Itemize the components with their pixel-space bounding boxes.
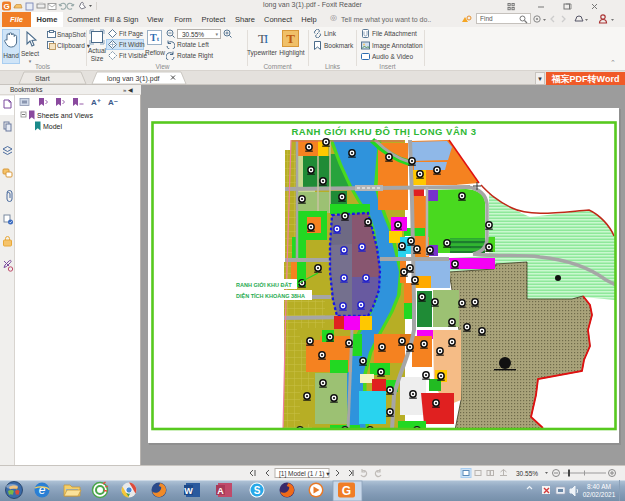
svg-text:RANH GIỚI KHU ĐẤT: RANH GIỚI KHU ĐẤT	[236, 281, 292, 288]
svg-text:30.55%: 30.55%	[516, 470, 538, 477]
svg-text:A⁺: A⁺	[91, 98, 101, 107]
svg-text:W: W	[184, 486, 193, 496]
svg-text:[1] Model (1 / 1) ▾: [1] Model (1 / 1) ▾	[279, 470, 330, 478]
svg-text:A: A	[217, 486, 224, 496]
svg-text:DIỆN TÍCH KHOẢNG 38HA: DIỆN TÍCH KHOẢNG 38HA	[236, 292, 305, 299]
svg-text:long van 3(1).pdf: long van 3(1).pdf	[107, 75, 160, 83]
svg-text:G: G	[3, 2, 9, 11]
svg-text:8:40 AM: 8:40 AM	[587, 483, 611, 490]
svg-text:S: S	[254, 485, 261, 496]
svg-text:Model: Model	[43, 123, 63, 130]
svg-text:G: G	[342, 484, 351, 498]
svg-text:RANH GIỚI KHU ĐÔ THỊ LONG VÂN: RANH GIỚI KHU ĐÔ THỊ LONG VÂN 3	[291, 126, 476, 137]
svg-text:Start: Start	[35, 75, 50, 82]
svg-text:T: T	[286, 31, 295, 46]
svg-text:02/02/2021: 02/02/2021	[583, 491, 616, 498]
svg-text:e: e	[39, 483, 46, 497]
svg-text:Sheets and Views: Sheets and Views	[37, 112, 93, 119]
svg-text:A⁻: A⁻	[108, 98, 118, 107]
svg-text:I: I	[264, 31, 268, 46]
